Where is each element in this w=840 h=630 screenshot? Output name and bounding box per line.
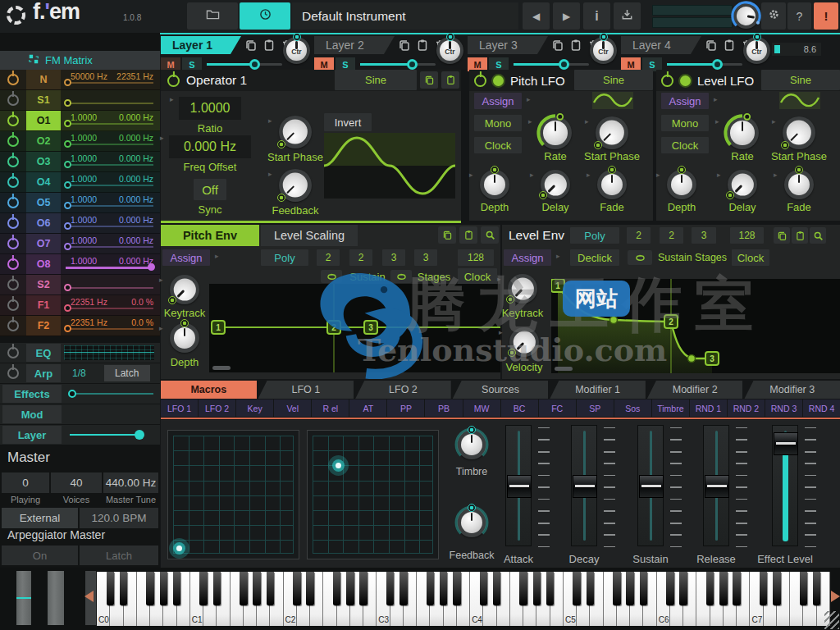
row-label[interactable]: F1: [26, 295, 61, 315]
poly-button[interactable]: Poly: [570, 227, 619, 244]
black-key[interactable]: [293, 572, 301, 605]
level-env-display[interactable]: 123: [551, 279, 840, 373]
mod-source-pb[interactable]: PB: [425, 399, 462, 417]
env-num-button[interactable]: 3: [414, 249, 437, 266]
row-label[interactable]: N: [26, 70, 61, 89]
black-key[interactable]: [493, 572, 501, 605]
row-power-button[interactable]: [7, 197, 19, 208]
mod-source-rnd-4[interactable]: RND 4: [803, 399, 840, 417]
row-label[interactable]: O5: [26, 193, 61, 212]
mod-source-sp[interactable]: SP: [577, 399, 614, 417]
depth-knob[interactable]: [667, 170, 696, 199]
resize-handle[interactable]: [824, 611, 839, 629]
mod-tab[interactable]: Mod: [2, 405, 62, 423]
mod-wheel[interactable]: [48, 571, 64, 625]
black-key[interactable]: [333, 572, 341, 605]
mod-source-pp[interactable]: PP: [387, 399, 424, 417]
row-power-button[interactable]: [7, 258, 19, 270]
keyboard-scroll-left-arrow[interactable]: [84, 591, 94, 602]
slider-handle[interactable]: [639, 475, 664, 498]
mod-source-rnd-3[interactable]: RND 3: [765, 399, 802, 417]
mod-source-rnd-1[interactable]: RND 1: [690, 399, 727, 417]
black-key[interactable]: [706, 572, 714, 605]
eq-mini-display[interactable]: [64, 345, 154, 360]
env-num-button[interactable]: 2: [627, 227, 651, 244]
black-key[interactable]: [733, 572, 741, 605]
lfo-wave-select[interactable]: Sine: [574, 70, 653, 90]
layer-ctr-knob[interactable]: Ctr: [743, 37, 770, 64]
matrix-row-o4[interactable]: O41.00000.000 Hz: [0, 172, 160, 193]
black-key[interactable]: [800, 572, 808, 605]
lfo-power-button[interactable]: [661, 75, 673, 87]
black-key[interactable]: [146, 572, 154, 605]
lfo-wave-select[interactable]: Sine: [761, 70, 840, 90]
black-key[interactable]: [480, 572, 488, 605]
env-max-stages-button[interactable]: 128: [730, 227, 764, 244]
row-label[interactable]: O6: [26, 213, 61, 233]
row-label[interactable]: S2: [26, 275, 61, 294]
voices-value[interactable]: 40: [51, 472, 102, 493]
xy-pad-handle[interactable]: [336, 463, 341, 468]
row-label[interactable]: O2: [26, 131, 61, 151]
layer-level-slider[interactable]: [360, 63, 436, 66]
depth-knob[interactable]: [480, 170, 509, 199]
black-key[interactable]: [427, 572, 435, 605]
matrix-row-f1[interactable]: F122351 Hz0.0 %: [0, 295, 160, 316]
macro-tab-modifier-1[interactable]: Modifier 1: [550, 381, 646, 399]
black-key[interactable]: [626, 572, 634, 605]
matrix-row-o6[interactable]: O61.00000.000 Hz: [0, 213, 160, 234]
mod-source-lfo-2[interactable]: LFO 2: [199, 399, 235, 417]
eq-label[interactable]: EQ: [26, 344, 61, 362]
copy-icon[interactable]: [551, 39, 565, 52]
mod-source-timbre[interactable]: Timbre: [652, 399, 689, 417]
black-key[interactable]: [213, 572, 221, 605]
mod-source-rnd-2[interactable]: RND 2: [728, 399, 765, 417]
env-node-3[interactable]: 3: [705, 352, 719, 365]
effects-tab[interactable]: Effects: [2, 385, 62, 403]
info-button[interactable]: i: [583, 2, 610, 30]
fade-knob[interactable]: [597, 170, 627, 199]
eq-power-button[interactable]: [7, 347, 19, 358]
slider-track[interactable]: [505, 425, 532, 546]
layer-ctr-knob[interactable]: Ctr: [436, 37, 463, 64]
prev-preset-button[interactable]: ◀: [523, 2, 550, 30]
macro-tab-lfo-2[interactable]: LFO 2: [355, 381, 451, 399]
macro-tab-macros[interactable]: Macros: [161, 381, 257, 399]
black-key[interactable]: [120, 572, 128, 605]
black-key[interactable]: [666, 572, 674, 605]
mod-source-r-el[interactable]: R el: [312, 399, 349, 417]
black-key[interactable]: [107, 572, 115, 605]
black-key[interactable]: [346, 572, 354, 605]
depth-knob[interactable]: [170, 323, 199, 353]
row-level-slider[interactable]: [61, 161, 155, 169]
row-label[interactable]: O4: [26, 172, 61, 192]
piano-keyboard[interactable]: C0C1C2C3C4C5C6C7: [97, 572, 830, 626]
slider-track[interactable]: [703, 425, 729, 546]
preset-name-field[interactable]: Default Instrument: [292, 2, 518, 30]
delay-knob[interactable]: [541, 170, 570, 199]
black-key[interactable]: [253, 572, 261, 605]
env-num-button[interactable]: 3: [382, 249, 405, 266]
arp-master-latch-button[interactable]: Latch: [80, 546, 158, 565]
black-key[interactable]: [519, 572, 527, 605]
fade-knob[interactable]: [784, 170, 814, 199]
arp-power-button[interactable]: [7, 368, 19, 379]
black-key[interactable]: [399, 572, 408, 605]
row-level-slider[interactable]: [61, 325, 155, 333]
freq-offset-value[interactable]: 0.000 Hz: [169, 135, 251, 158]
macro-tab-sources[interactable]: Sources: [453, 381, 549, 399]
row-power-button[interactable]: [7, 238, 19, 249]
save-button[interactable]: [614, 2, 641, 30]
matrix-row-s2[interactable]: S2: [0, 275, 160, 295]
slider-handle[interactable]: [507, 475, 532, 498]
slider-track[interactable]: [637, 425, 664, 546]
layer-level-slider[interactable]: [514, 63, 589, 66]
row-power-button[interactable]: [7, 279, 19, 290]
operator-wave-select[interactable]: Sine: [335, 70, 417, 90]
sync-button[interactable]: Off: [194, 179, 226, 200]
pitch-env-display[interactable]: 123: [209, 284, 500, 372]
row-power-button[interactable]: [7, 217, 19, 229]
layer-tab-1[interactable]: Layer 1: [161, 36, 241, 54]
row-level-slider[interactable]: [61, 140, 155, 148]
next-preset-button[interactable]: ▶: [553, 2, 580, 30]
